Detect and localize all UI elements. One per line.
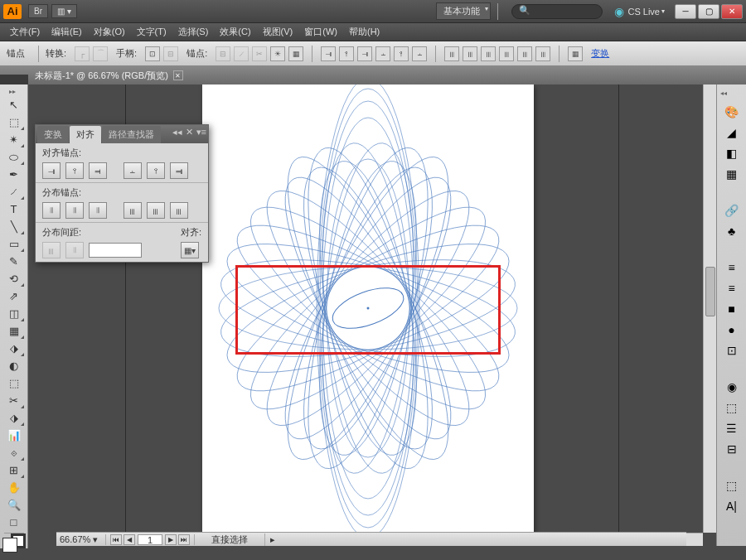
anchor-connect-icon[interactable]: ⟋ <box>234 46 249 61</box>
cslive-menu[interactable]: CS Live <box>614 5 665 18</box>
tool-15[interactable]: ◐ <box>3 357 25 374</box>
pixel-icon[interactable]: ▦ <box>288 46 303 61</box>
dock-expand-icon[interactable]: ◂◂ <box>720 89 727 97</box>
tab-align[interactable]: 对齐 <box>70 126 101 143</box>
panel-icon-13[interactable]: ☰ <box>722 419 742 437</box>
bridge-button[interactable]: Br <box>28 4 48 18</box>
dist-bottom-button[interactable]: ⫴ <box>89 202 107 219</box>
align-top-button[interactable]: ⫠ <box>124 162 142 179</box>
toolbox-collapse-icon[interactable]: ▸▸ <box>9 88 19 94</box>
dist-top-button[interactable]: ⫴ <box>42 202 61 219</box>
panel-icon-16[interactable]: A| <box>722 497 742 515</box>
scroll-thumb[interactable] <box>705 267 715 316</box>
search-input[interactable]: 🔍 <box>511 4 603 19</box>
tool-5[interactable]: ⟋ <box>3 183 25 200</box>
tool-10[interactable]: ⟲ <box>3 270 25 287</box>
panel-icon-1[interactable]: ◢ <box>722 123 742 142</box>
align-vcenter-icon[interactable]: ⫯ <box>394 46 409 61</box>
document-tab[interactable]: 未标题-1* @ 66.67% (RGB/预览) ✕ <box>30 68 188 84</box>
dist-right-button[interactable]: ⫼ <box>170 202 188 219</box>
panel-icon-15[interactable]: ⬚ <box>722 476 742 495</box>
page-number[interactable]: 1 <box>138 534 162 545</box>
convert-smooth-icon[interactable]: ⌒ <box>93 46 108 61</box>
align-artboard-icon[interactable]: ▦ <box>568 46 583 61</box>
tool-1[interactable]: ⬚ <box>3 113 25 131</box>
anchor-cut-icon[interactable]: ✂ <box>252 46 267 61</box>
menu-type[interactable]: 文字(T) <box>132 24 172 40</box>
tool-20[interactable]: ⟐ <box>3 444 25 461</box>
panel-icon-3[interactable]: ▦ <box>722 165 742 183</box>
tool-2[interactable]: ✴ <box>3 131 25 148</box>
dist-h-icon[interactable]: ⫼ <box>444 46 459 61</box>
dist-space-v-button[interactable]: ⫼ <box>42 242 61 258</box>
align-top-icon[interactable]: ⫠ <box>375 46 390 61</box>
align-right-icon[interactable]: ⫣ <box>357 46 372 61</box>
dist-vcenter-button[interactable]: ⫴ <box>65 202 84 219</box>
tool-14[interactable]: ⬗ <box>3 340 25 357</box>
align-hcenter-icon[interactable]: ⫯ <box>339 46 354 61</box>
document-close-icon[interactable]: ✕ <box>173 70 183 80</box>
dist-hc-icon[interactable]: ⫼ <box>463 46 477 61</box>
zoom-level[interactable]: 66.67% ▾ <box>56 534 106 545</box>
menu-edit[interactable]: 编辑(E) <box>46 24 87 40</box>
convert-corner-icon[interactable]: ┌ <box>75 46 90 61</box>
color-swatches[interactable] <box>2 538 26 548</box>
tool-0[interactable]: ↖ <box>3 96 25 113</box>
vertical-scrollbar[interactable] <box>703 84 716 533</box>
tool-16[interactable]: ⬚ <box>3 374 25 392</box>
panel-icon-5[interactable]: ♣ <box>722 222 742 240</box>
panel-icon-2[interactable]: ◧ <box>722 144 742 162</box>
align-bottom-button[interactable]: ⫥ <box>170 162 188 179</box>
panel-icon-7[interactable]: ≡ <box>722 279 742 297</box>
align-left-icon[interactable]: ⫣ <box>321 46 336 61</box>
nav-next-icon[interactable]: ▶ <box>165 534 177 545</box>
tool-9[interactable]: ✎ <box>3 253 25 270</box>
status-more-icon[interactable]: ▸ <box>265 534 280 545</box>
panel-icon-12[interactable]: ⬚ <box>722 398 742 417</box>
tool-18[interactable]: ⬗ <box>3 409 25 427</box>
tab-pathfinder[interactable]: 路径查找器 <box>102 126 161 143</box>
dist-vc-icon[interactable]: ⫼ <box>517 46 532 61</box>
spacing-input[interactable] <box>89 243 142 258</box>
tool-17[interactable]: ✂ <box>3 392 25 409</box>
panel-menu-icon[interactable]: ▾≡ <box>196 127 206 138</box>
dist-space-h-button[interactable]: ⫴ <box>65 242 84 258</box>
align-right-button[interactable]: ⫤ <box>89 162 107 179</box>
tool-19[interactable]: 📊 <box>3 427 25 444</box>
isolate-icon[interactable]: ☀ <box>270 46 285 61</box>
menu-object[interactable]: 对象(O) <box>89 24 130 40</box>
nav-first-icon[interactable]: ⏮ <box>110 534 122 545</box>
anchor-remove-icon[interactable]: ⊟ <box>216 46 230 61</box>
tool-22[interactable]: ✋ <box>3 479 25 496</box>
menu-view[interactable]: 视图(V) <box>258 24 298 40</box>
panel-icon-9[interactable]: ● <box>722 321 742 339</box>
tool-13[interactable]: ▦ <box>3 322 25 340</box>
dist-left-button[interactable]: ⫼ <box>124 202 142 219</box>
layout-button[interactable]: ▥ ▾ <box>51 4 77 18</box>
tool-21[interactable]: ⊞ <box>3 461 25 479</box>
tool-7[interactable]: ╲ <box>3 218 25 235</box>
panel-icon-4[interactable]: 🔗 <box>722 201 742 220</box>
tool-11[interactable]: ⇗ <box>3 287 25 305</box>
menu-file[interactable]: 文件(F) <box>5 24 45 40</box>
handle-hide-icon[interactable]: ⊟ <box>163 46 178 61</box>
dist-v-icon[interactable]: ⫼ <box>499 46 514 61</box>
dist-hcenter-button[interactable]: ⫼ <box>147 202 165 219</box>
align-hcenter-button[interactable]: ⫯ <box>65 162 84 179</box>
menu-select[interactable]: 选择(S) <box>173 24 214 40</box>
handle-show-icon[interactable]: ⊡ <box>145 46 160 61</box>
tool-23[interactable]: 🔍 <box>3 496 25 514</box>
nav-prev-icon[interactable]: ◀ <box>124 534 135 545</box>
dist-hr-icon[interactable]: ⫼ <box>481 46 496 61</box>
panel-collapse-icon[interactable]: ◂◂ <box>172 127 182 138</box>
tab-transform[interactable]: 变换 <box>37 126 69 143</box>
dist-vb-icon[interactable]: ⫼ <box>535 46 550 61</box>
tool-4[interactable]: ✒ <box>3 166 25 183</box>
align-left-button[interactable]: ⫣ <box>42 162 61 179</box>
align-bottom-icon[interactable]: ⫠ <box>412 46 427 61</box>
workspace-dropdown[interactable]: 基本功能 <box>436 2 491 20</box>
minimize-button[interactable]: ─ <box>675 4 696 19</box>
nav-last-icon[interactable]: ⏭ <box>178 534 190 545</box>
align-vcenter-button[interactable]: ⫯ <box>147 162 165 179</box>
align-to-button[interactable]: ▦▾ <box>181 242 199 258</box>
